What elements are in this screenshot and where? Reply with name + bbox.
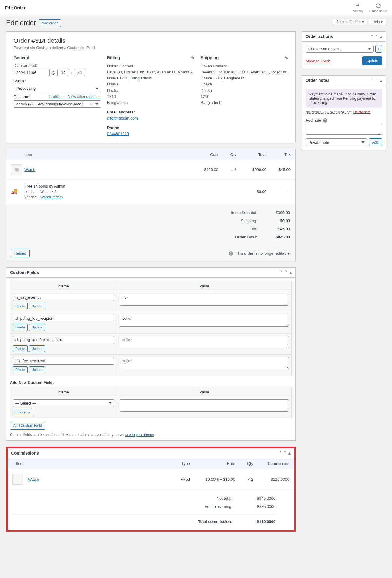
top-bar: Edit Order Activity Finish setup — [0, 0, 392, 16]
cf-name-input[interactable] — [13, 294, 114, 301]
order-totals-table: Items Subtotal:$900.00 Shipping:$0.00 Ta… — [212, 208, 291, 241]
cf-name-input[interactable] — [13, 315, 114, 322]
billing-email-link[interactable]: ditor@dokan.com — [107, 115, 138, 121]
chevron-up-icon[interactable]: ˄ — [281, 270, 283, 275]
activity-button[interactable]: Activity — [353, 3, 363, 13]
chevron-down-icon[interactable]: ˅ — [375, 34, 378, 39]
refund-button[interactable]: Refund — [11, 250, 30, 257]
info-icon: ? — [229, 251, 233, 256]
chevron-up-icon[interactable]: ˄ — [371, 34, 373, 39]
caret-toggle-icon[interactable]: ▴ — [290, 270, 292, 275]
items-head-item: Item — [24, 152, 194, 157]
update-button[interactable]: Update — [362, 56, 382, 65]
chevron-up-icon[interactable]: ˄ — [279, 451, 282, 455]
billing-phone-link[interactable]: 0244801219 — [107, 131, 129, 137]
cf-name-input[interactable] — [13, 336, 114, 343]
cf-delete-button[interactable]: Delete — [13, 303, 28, 310]
custom-fields-box: Custom Fields ˄ ˅ ▴ Name Value — [6, 267, 296, 441]
caret-toggle-icon[interactable]: ▴ — [380, 78, 382, 83]
order-subtitle: Payment via Cash on delivery. Customer I… — [14, 45, 288, 50]
table-row: Delete Update — [10, 291, 292, 312]
commission-totals: Net total:$945.0000 Vendor earning:$835.… — [8, 490, 294, 530]
edit-billing-icon[interactable]: ✎ — [191, 56, 194, 60]
finish-setup-button[interactable]: Finish setup — [369, 3, 387, 13]
note-date: November 6, 2024 at 10:41 am — [306, 110, 351, 114]
table-row: ▦ Watch $450.00 × 2 $900.00 $45.00 — [6, 160, 295, 180]
customer-profile-link[interactable]: Profile → — [49, 95, 64, 99]
view-other-orders-link[interactable]: View other orders → — [68, 95, 101, 99]
note-bubble: Payment to be made upon delivery. Order … — [306, 89, 382, 108]
cf-delete-button[interactable]: Delete — [13, 366, 28, 373]
chevron-down-icon[interactable]: ˅ — [375, 78, 378, 83]
commissions-title: Commissions — [11, 451, 39, 455]
table-row: 🚚 Free shipping by Admin Items: Watch × … — [6, 180, 295, 204]
table-row: Delete Update — [10, 355, 292, 376]
cf-name-select[interactable]: — Select — — [13, 399, 114, 407]
cf-value-input[interactable] — [120, 315, 289, 327]
enter-new-button[interactable]: Enter new — [13, 409, 33, 416]
status-select[interactable]: Processing — [14, 85, 101, 92]
order-actions-title: Order actions — [306, 34, 333, 39]
status-label: Status: — [14, 79, 101, 83]
shipping-address: Dokan Content Level:03, House:1005,1007,… — [201, 63, 288, 106]
caret-toggle-icon[interactable]: ▴ — [380, 34, 382, 39]
general-heading: General — [14, 55, 101, 60]
clear-customer-icon[interactable]: × — [90, 102, 92, 107]
breadcrumb-title: Edit Order — [5, 5, 25, 10]
add-order-button[interactable]: Add order — [39, 19, 61, 27]
billing-heading: Billing — [107, 55, 120, 60]
table-row: Watch Fixed 10.00% + $10.00 × 2 $110.000… — [8, 469, 294, 490]
billing-address: Dokan Content Level:03, House:1005,1007,… — [107, 63, 195, 137]
product-thumb — [12, 474, 23, 485]
items-head-cost: Cost — [194, 152, 218, 157]
add-note-button[interactable]: Add — [369, 138, 382, 146]
cf-name-input[interactable] — [13, 357, 114, 365]
edit-shipping-icon[interactable]: ✎ — [285, 56, 288, 60]
cf-update-button[interactable]: Update — [29, 303, 45, 310]
cf-new-value-input[interactable] — [120, 399, 289, 412]
order-date-input[interactable] — [14, 69, 50, 76]
cf-update-button[interactable]: Update — [29, 324, 45, 331]
table-row: Delete Update — [10, 333, 292, 355]
move-to-trash-link[interactable]: Move to Trash — [306, 59, 330, 63]
order-action-select[interactable]: Choose an action... — [306, 45, 374, 53]
cf-value-input[interactable] — [120, 336, 289, 348]
commission-product-link[interactable]: Watch — [28, 477, 39, 482]
delete-note-link[interactable]: Delete note — [353, 110, 370, 114]
help-icon[interactable]: ? — [323, 118, 327, 123]
chevron-up-icon[interactable]: ˄ — [371, 78, 373, 83]
product-link[interactable]: Watch — [24, 167, 35, 172]
order-number-title: Order #314 details — [14, 37, 288, 44]
add-new-cf-title: Add New Custom Field: — [10, 380, 292, 385]
customer-select[interactable]: admin (#1 – dev-email@flywheel.local) — [14, 100, 101, 108]
cf-delete-button[interactable]: Delete — [13, 345, 28, 352]
cf-delete-button[interactable]: Delete — [13, 324, 28, 331]
add-custom-field-button[interactable]: Add Custom Field — [10, 422, 45, 430]
table-row: Delete Update — [10, 312, 292, 334]
page-title: Edit order — [6, 19, 36, 27]
use-in-theme-link[interactable]: use in your theme — [125, 433, 154, 437]
vendor-link[interactable]: WoodCrafters — [40, 195, 63, 199]
truck-icon: 🚚 — [11, 188, 18, 194]
note-type-select[interactable]: Private note — [306, 138, 367, 146]
custom-fields-table: Name Value Delete Update — [10, 281, 292, 376]
cf-value-input[interactable] — [120, 357, 289, 369]
note-textarea[interactable] — [306, 124, 382, 135]
flag-icon — [355, 3, 361, 8]
order-minute-input[interactable] — [74, 69, 86, 76]
order-hour-input[interactable] — [57, 69, 69, 76]
cf-update-button[interactable]: Update — [29, 366, 45, 373]
product-thumb: ▦ — [11, 164, 22, 175]
order-actions-box: Order actions ˄ ˅ ▴ Choose an action... … — [302, 31, 386, 69]
date-created-label: Date created: — [14, 63, 101, 68]
cf-value-input[interactable] — [120, 294, 289, 306]
order-details-box: Order #314 details Payment via Cash on d… — [6, 31, 296, 143]
screen-options-toggle[interactable]: Screen Options ▾ — [333, 19, 367, 25]
commissions-box: Commissions ˄ ˅ ▴ Item Type Rate Qty Com… — [6, 447, 296, 532]
run-action-button[interactable]: › — [375, 45, 382, 53]
help-toggle[interactable]: Help ▾ — [369, 19, 386, 25]
chevron-down-icon[interactable]: ˅ — [285, 270, 287, 275]
chevron-down-icon[interactable]: ˅ — [284, 451, 286, 455]
caret-toggle-icon[interactable]: ▴ — [288, 451, 291, 455]
cf-update-button[interactable]: Update — [29, 345, 45, 352]
